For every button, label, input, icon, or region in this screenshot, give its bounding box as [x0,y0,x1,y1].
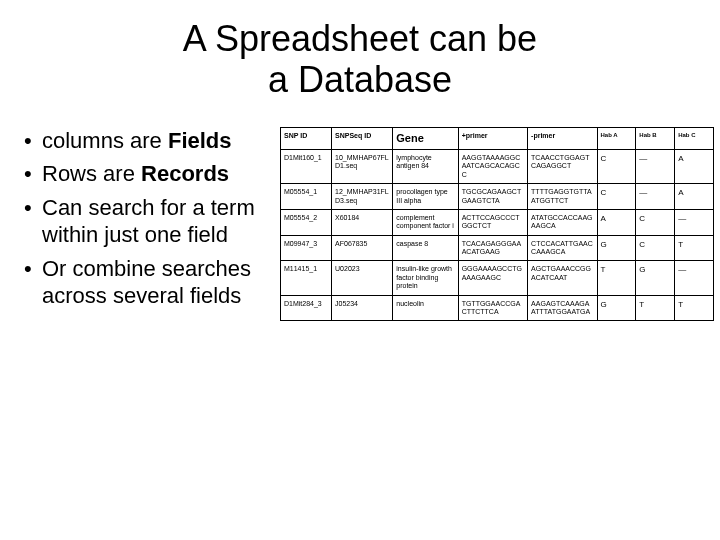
cell: J05234 [332,295,393,321]
cell: TTTTGAGGTGTTAATGGTTCT [528,184,597,210]
data-table-wrap: SNP ID SNPSeq ID Gene +primer -primer Ha… [280,127,714,322]
cell: TGTTGGAACCGACTTCTTCA [458,295,527,321]
cell: T [675,235,714,261]
cell: G [597,295,636,321]
col-gene: Gene [393,127,458,149]
cell: X60184 [332,209,393,235]
table-row: D1Mit284_3 J05234 nucleolin TGTTGGAACCGA… [281,295,714,321]
table-row: M05554_1 12_MMHAP31FLD3.seq procollagen … [281,184,714,210]
cell: TCAACCTGGAGTCAGAGGCT [528,149,597,183]
bullet-item: Can search for a term within just one fi… [24,194,274,249]
cell: TCACAGAGGGAAACATGAAG [458,235,527,261]
table-row: M11415_1 U02023 insulin-like growth fact… [281,261,714,295]
cell: A [675,184,714,210]
cell: — [636,149,675,183]
cell: U02023 [332,261,393,295]
title-line-2: a Database [268,59,452,100]
cell: 12_MMHAP31FLD3.seq [332,184,393,210]
table-row: M09947_3 AF067835 caspase 8 TCACAGAGGGAA… [281,235,714,261]
col-hab-c: Hab C [675,127,714,149]
cell: — [636,184,675,210]
cell: procollagen type III alpha [393,184,458,210]
cell: AGCTGAAACCGGACATCAAT [528,261,597,295]
cell: ATATGCCACCAAGAAGCA [528,209,597,235]
cell: G [636,261,675,295]
cell: caspase 8 [393,235,458,261]
cell: AAGAGTCAAAGAATTTATGGAATGA [528,295,597,321]
cell: C [597,184,636,210]
cell: D1Mit284_3 [281,295,332,321]
bullet-text: Can search for a term within just one fi… [42,195,255,248]
col-snp-id: SNP ID [281,127,332,149]
cell: insulin-like growth factor binding prote… [393,261,458,295]
cell: M09947_3 [281,235,332,261]
cell: T [636,295,675,321]
cell: D1Mit160_1 [281,149,332,183]
col-hab-a: Hab A [597,127,636,149]
cell: T [597,261,636,295]
table-row: D1Mit160_1 10_MMHAP67FLD1.seq lymphocyte… [281,149,714,183]
cell: complement component factor i [393,209,458,235]
slide: A Spreadsheet can be a Database columns … [0,0,720,540]
title-line-1: A Spreadsheet can be [183,18,537,59]
cell: CTCCACATTGAACCAAAGCA [528,235,597,261]
col-minus-primer: -primer [528,127,597,149]
content-row: columns are Fields Rows are Records Can … [20,127,700,322]
bullet-bold: Fields [168,128,232,153]
cell: C [636,209,675,235]
bullet-text: Or combine searches across several field… [42,256,251,309]
page-title: A Spreadsheet can be a Database [20,18,700,101]
cell: M11415_1 [281,261,332,295]
bullet-text: columns are [42,128,168,153]
cell: C [597,149,636,183]
col-snpseq-id: SNPSeq ID [332,127,393,149]
bullet-item: columns are Fields [24,127,274,155]
cell: ACTTCCAGCCCTGGCTCT [458,209,527,235]
cell: C [636,235,675,261]
cell: 10_MMHAP67FLD1.seq [332,149,393,183]
cell: — [675,261,714,295]
cell: lymphocyte antigen 84 [393,149,458,183]
bullet-item: Or combine searches across several field… [24,255,274,310]
data-table: SNP ID SNPSeq ID Gene +primer -primer Ha… [280,127,714,322]
cell: nucleolin [393,295,458,321]
cell: GGGAAAAGCCTGAAAGAAGC [458,261,527,295]
cell: T [675,295,714,321]
bullet-text: Rows are [42,161,141,186]
col-plus-primer: +primer [458,127,527,149]
cell: A [597,209,636,235]
cell: — [675,209,714,235]
cell: AF067835 [332,235,393,261]
table-header-row: SNP ID SNPSeq ID Gene +primer -primer Ha… [281,127,714,149]
cell: A [675,149,714,183]
bullet-item: Rows are Records [24,160,274,188]
cell: M05554_2 [281,209,332,235]
cell: M05554_1 [281,184,332,210]
cell: TGCGCAGAAGCTGAAGTCTA [458,184,527,210]
table-row: M05554_2 X60184 complement component fac… [281,209,714,235]
bullet-list: columns are Fields Rows are Records Can … [20,127,280,316]
bullet-bold: Records [141,161,229,186]
col-hab-b: Hab B [636,127,675,149]
cell: G [597,235,636,261]
cell: AAGGTAAAAGGCAATCAGCACAGCC [458,149,527,183]
